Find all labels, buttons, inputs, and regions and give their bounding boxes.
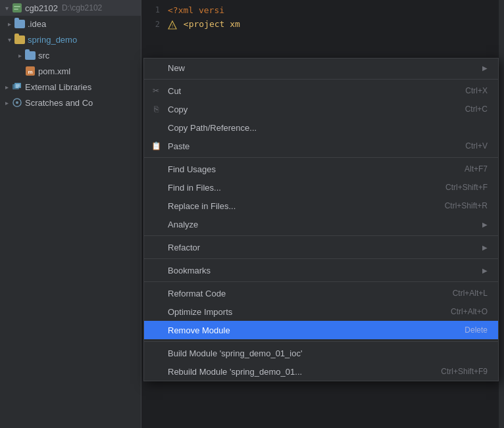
rebuild-shortcut: Ctrl+Shift+F9	[441, 367, 488, 376]
rebuild-label: Rebuild Module 'spring_demo_01...	[168, 367, 302, 377]
line-number-2: 2	[141, 20, 168, 29]
module-icon	[12, 3, 22, 13]
find-usages-shortcut: Alt+F7	[465, 164, 488, 174]
find-usages-label: Find Usages	[168, 164, 216, 174]
editor-content: 1 <?xml versi 2 ! <project xm	[141, 0, 504, 34]
warning-icon: !	[168, 20, 177, 30]
menu-divider-4	[144, 258, 498, 259]
ext-libs-label: External Libraries	[25, 82, 91, 92]
menu-item-bookmarks-left: Bookmarks	[168, 266, 211, 275]
arrow-scratches	[3, 99, 11, 107]
xml-tag-project: <project xm	[184, 19, 240, 29]
spring-demo-label: spring_demo	[28, 35, 77, 45]
tree-item-ext-libs[interactable]: External Libraries	[0, 79, 141, 95]
menu-item-refactor[interactable]: Refactor ▶	[144, 238, 498, 256]
menu-item-refactor-left: Refactor	[168, 243, 200, 252]
menu-item-new-left: New	[168, 63, 185, 73]
menu-item-replace-files[interactable]: Replace in Files... Ctrl+Shift+R	[144, 197, 498, 215]
menu-item-copy-path[interactable]: Copy Path/Reference...	[144, 118, 498, 137]
refactor-label: Refactor	[168, 243, 200, 252]
menu-item-find-usages-left: Find Usages	[168, 164, 216, 174]
menu-item-find-files[interactable]: Find in Files... Ctrl+Shift+F	[144, 178, 498, 197]
arrow-cgb2102	[3, 4, 11, 12]
menu-item-copy[interactable]: ⎘ Copy Ctrl+C	[144, 100, 498, 118]
replace-files-label: Replace in Files...	[168, 201, 236, 211]
tree-item-idea[interactable]: .idea	[0, 16, 141, 32]
copy-icon: ⎘	[151, 104, 161, 114]
svg-rect-1	[14, 6, 20, 7]
menu-divider-6	[144, 341, 498, 342]
svg-rect-0	[13, 3, 22, 12]
menu-divider-3	[144, 235, 498, 236]
arrow-idea	[5, 20, 13, 28]
menu-item-remove-module-left: Remove Module	[168, 325, 230, 335]
menu-item-find-files-left: Find in Files...	[168, 183, 221, 193]
reformat-shortcut: Ctrl+Alt+L	[453, 289, 488, 298]
reformat-label: Reformat Code	[168, 289, 226, 298]
replace-files-shortcut: Ctrl+Shift+R	[445, 201, 488, 210]
menu-item-rebuild[interactable]: Rebuild Module 'spring_demo_01... Ctrl+S…	[144, 362, 498, 381]
menu-item-rebuild-left: Rebuild Module 'spring_demo_01...	[168, 367, 302, 377]
cut-shortcut: Ctrl+X	[465, 86, 488, 95]
menu-item-find-usages[interactable]: Find Usages Alt+F7	[144, 160, 498, 178]
ext-lib-icon	[12, 82, 22, 92]
menu-item-bookmarks[interactable]: Bookmarks ▶	[144, 261, 498, 279]
copy-path-label: Copy Path/Reference...	[168, 123, 257, 133]
pom-icon: m	[25, 66, 36, 76]
paste-icon: 📋	[151, 141, 161, 151]
menu-item-reformat-left: Reformat Code	[168, 289, 226, 298]
arrow-src	[16, 51, 24, 59]
analyze-submenu-arrow: ▶	[482, 221, 488, 228]
menu-item-copy-left: Copy	[168, 105, 188, 114]
menu-item-analyze[interactable]: Analyze ▶	[144, 215, 498, 233]
src-label: src	[38, 51, 49, 60]
tree-item-cgb2102[interactable]: cgb2102 D:\cgb2102	[0, 0, 141, 16]
line-content-1: <?xml versi	[168, 5, 224, 15]
svg-text:!: !	[171, 24, 174, 29]
optimize-label: Optimize Imports	[168, 307, 232, 317]
tree-item-pom[interactable]: m pom.xml	[0, 63, 141, 79]
menu-divider-2	[144, 157, 498, 158]
analyze-label: Analyze	[168, 220, 198, 229]
new-label: New	[168, 63, 185, 73]
svg-text:m: m	[28, 69, 32, 75]
find-files-shortcut: Ctrl+Shift+F	[445, 183, 488, 192]
editor-line-2: 2 ! <project xm	[141, 17, 504, 32]
copy-shortcut: Ctrl+C	[465, 105, 488, 114]
paste-shortcut: Ctrl+V	[465, 141, 488, 151]
menu-item-cut-left: Cut	[168, 86, 181, 96]
tree-item-scratches[interactable]: Scratches and Co	[0, 95, 141, 110]
editor-scrollbar[interactable]	[499, 0, 504, 428]
tree-item-spring-demo[interactable]: spring_demo	[0, 32, 141, 47]
menu-item-build[interactable]: Build Module 'spring_demo_01_ioc'	[144, 344, 498, 362]
menu-item-replace-files-left: Replace in Files...	[168, 201, 236, 211]
line-number-1: 1	[141, 5, 168, 14]
menu-item-paste[interactable]: 📋 Paste Ctrl+V	[144, 137, 498, 155]
build-label: Build Module 'spring_demo_01_ioc'	[168, 348, 302, 358]
folder-icon-spring-demo	[14, 34, 25, 45]
folder-icon-src	[25, 50, 36, 60]
new-submenu-arrow: ▶	[482, 64, 488, 72]
paste-label: Paste	[168, 141, 189, 151]
line-content-2: ! <project xm	[168, 19, 240, 30]
remove-module-shortcut: Delete	[465, 325, 488, 335]
project-tree-panel: cgb2102 D:\cgb2102 .idea spring_demo src…	[0, 0, 141, 428]
tree-item-src[interactable]: src	[0, 47, 141, 63]
menu-item-new[interactable]: New ▶	[144, 59, 498, 77]
idea-label: .idea	[28, 19, 46, 29]
svg-point-11	[16, 101, 18, 104]
menu-item-build-left: Build Module 'spring_demo_01_ioc'	[168, 348, 302, 358]
context-menu: New ▶ ✂ Cut Ctrl+X ⎘ Copy Ctrl+C Copy Pa…	[143, 58, 499, 381]
menu-item-optimize-left: Optimize Imports	[168, 307, 232, 317]
cut-icon: ✂	[151, 85, 161, 96]
menu-item-optimize[interactable]: Optimize Imports Ctrl+Alt+O	[144, 302, 498, 321]
menu-item-paste-left: Paste	[168, 141, 189, 151]
menu-divider-1	[144, 79, 498, 80]
scratches-label: Scratches and Co	[25, 98, 93, 108]
menu-item-reformat[interactable]: Reformat Code Ctrl+Alt+L	[144, 284, 498, 302]
menu-item-analyze-left: Analyze	[168, 220, 198, 229]
menu-item-remove-module[interactable]: Remove Module Delete	[144, 321, 498, 339]
arrow-ext-libs	[3, 83, 11, 91]
bookmarks-label: Bookmarks	[168, 266, 211, 275]
menu-item-cut[interactable]: ✂ Cut Ctrl+X	[144, 82, 498, 100]
